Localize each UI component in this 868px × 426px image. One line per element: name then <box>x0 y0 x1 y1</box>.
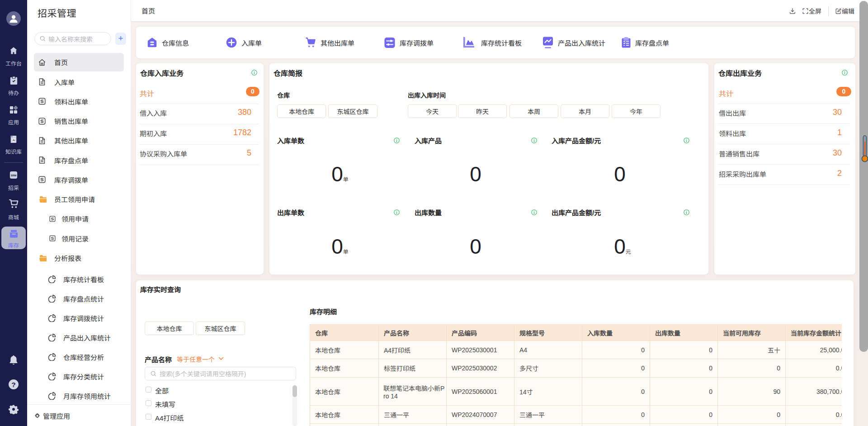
svg-text:SRM: SRM <box>11 174 17 177</box>
svg-text:?: ? <box>11 381 15 388</box>
svg-text:AI: AI <box>13 138 15 142</box>
